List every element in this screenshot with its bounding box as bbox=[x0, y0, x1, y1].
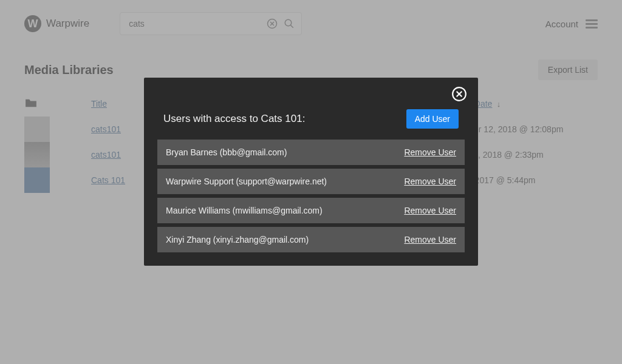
close-icon[interactable] bbox=[451, 86, 467, 102]
modal-header: Users with access to Cats 101: Add User bbox=[157, 109, 465, 129]
remove-user-link[interactable]: Remove User bbox=[404, 147, 456, 157]
modal-title: Users with access to Cats 101: bbox=[163, 113, 305, 125]
modal-overlay[interactable]: Users with access to Cats 101: Add User … bbox=[0, 0, 622, 364]
user-name: Maurice Williams (mwilliams@gmail.com) bbox=[166, 206, 323, 215]
add-user-button[interactable]: Add User bbox=[406, 109, 459, 129]
remove-user-link[interactable]: Remove User bbox=[404, 206, 456, 215]
access-modal: Users with access to Cats 101: Add User … bbox=[144, 78, 478, 266]
remove-user-link[interactable]: Remove User bbox=[404, 177, 456, 186]
user-name: Xinyi Zhang (xinyi.zhang@gmail.com) bbox=[166, 235, 309, 244]
remove-user-link[interactable]: Remove User bbox=[404, 235, 456, 244]
user-name: Bryan Barnes (bbb@gmail.com) bbox=[166, 147, 287, 157]
user-name: Warpwire Support (support@warpwire.net) bbox=[166, 177, 327, 186]
user-row: Warpwire Support (support@warpwire.net)R… bbox=[157, 169, 465, 194]
user-row: Bryan Barnes (bbb@gmail.com)Remove User bbox=[157, 140, 465, 165]
user-row: Maurice Williams (mwilliams@gmail.com)Re… bbox=[157, 198, 465, 223]
user-list: Bryan Barnes (bbb@gmail.com)Remove UserW… bbox=[157, 140, 465, 252]
user-row: Xinyi Zhang (xinyi.zhang@gmail.com)Remov… bbox=[157, 227, 465, 252]
